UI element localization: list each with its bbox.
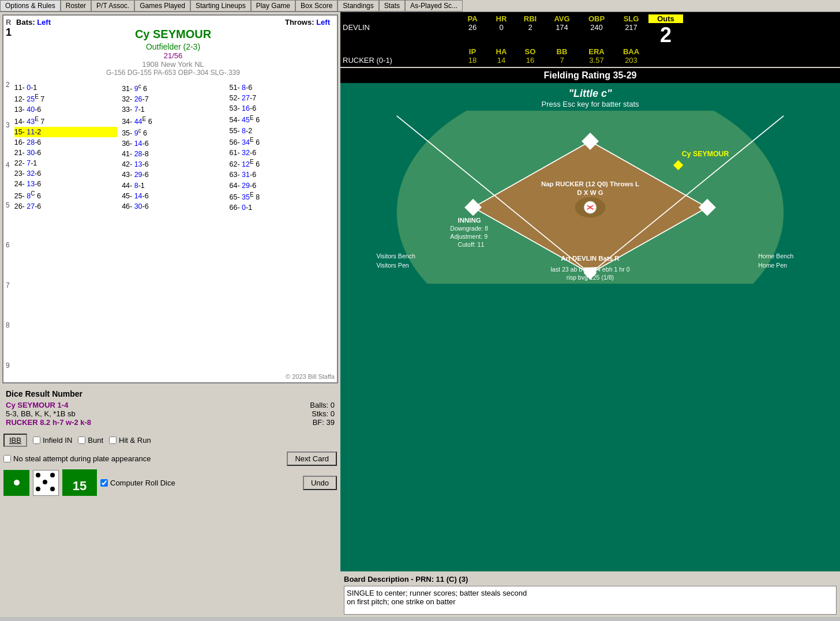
bats-label: Bats: Left [16, 18, 51, 27]
atbat-info-2: risp bvg 125 (1/8) [567, 274, 614, 281]
dice-title: Dice Result Number [6, 389, 335, 398]
dice-number-label [72, 472, 88, 479]
dice-pitcher: RUCKER 8.2 h-7 w-2 k-8 [6, 418, 310, 427]
dice-number-value: 15 [72, 479, 88, 494]
nav-standings[interactable]: Standings [337, 0, 378, 12]
pitcher-header-baa: BAA [614, 47, 648, 56]
computer-roll: Computer Roll Dice [100, 479, 175, 487]
nav-options-rules[interactable]: Options & Rules [0, 0, 61, 12]
card-row-item: 56- 34E 6 [230, 136, 332, 148]
pitcher-header-era: ERA [579, 47, 614, 56]
field-svg: Cy SEYMOUR Nap RUCKER (12 Q0) Throws L D… [340, 111, 840, 284]
pitcher-header-ha: HA [487, 47, 516, 56]
card-row-item: 16- 28-6 [14, 137, 117, 148]
pitcher-ip: 18 [458, 56, 487, 65]
press-esc-label: Press Esc key for batter stats [340, 100, 840, 111]
nav-as-played[interactable]: As-Played Sc... [405, 0, 463, 12]
card-row-item: 21- 30-6 [14, 148, 117, 158]
batter-avg: 174 [545, 23, 579, 32]
controls-row-1: IBB Infield IN Bunt Hit & Run [0, 430, 340, 450]
bunt-checkbox[interactable] [78, 436, 85, 444]
batter-slg: 217 [614, 23, 648, 32]
cutoff-label: Cutoff: 11 [458, 241, 485, 248]
board-description-section: Board Description - PRN: 11 (C) (3) SING… [340, 571, 840, 617]
left-panel: R1 Bats: Left Throws: Left Cy SEYMOUR Ou… [0, 12, 340, 617]
bunt-label[interactable]: Bunt [78, 436, 103, 445]
card-row-item: 65- 35E 8 [230, 191, 332, 202]
card-row-item: 13- 40-6 [14, 104, 117, 115]
card-row-item: 11- 0-1 [14, 82, 117, 93]
ibb-button[interactable]: IBB [3, 434, 27, 447]
score-header-name [343, 14, 458, 23]
card-row-item: 46- 30-6 [122, 201, 224, 212]
score-header-hr: HR [487, 14, 516, 23]
board-desc-text: SINGLE to center; runner scores; batter … [344, 586, 837, 615]
card-row-item: 22- 7-1 [14, 158, 117, 168]
card-row-item: 43- 29-6 [122, 170, 224, 180]
batter-label: Art DEVLIN Bats R [561, 255, 620, 262]
no-steal-checkbox[interactable] [3, 455, 11, 462]
die-dot-5 [50, 487, 55, 491]
dice-green-square [3, 470, 29, 496]
card-row-item: 33- 7-1 [122, 104, 224, 115]
die-empty-4 [43, 487, 48, 492]
card-row-item: 32- 26-7 [122, 94, 224, 104]
nav-play-game[interactable]: Play Game [251, 0, 295, 12]
hit-run-label[interactable]: Hit & Run [109, 436, 151, 445]
nav-starting-lineups[interactable]: Starting Lineups [190, 0, 251, 12]
dice-stats: Balls: 0 Stks: 0 BF: 39 [310, 401, 335, 427]
pitcher-header-so: SO [516, 47, 545, 56]
computer-roll-checkbox[interactable] [100, 479, 108, 487]
top-navigation: Options & Rules Roster P/T Assoc. Games … [0, 0, 840, 12]
fielding-rating: Fielding Rating 35-29 [340, 68, 840, 83]
dice-section: Dice Result Number Cy SEYMOUR 1-4 5-3, B… [2, 386, 338, 430]
nav-games-played[interactable]: Games Played [134, 0, 190, 12]
card-row-item: 45- 14-6 [122, 191, 224, 201]
score-header-pa: PA [458, 14, 487, 23]
die-empty-3 [50, 480, 56, 485]
home-pen-label: Home Pen [758, 262, 787, 269]
die-empty-2 [36, 480, 42, 485]
player-label: Cy SEYMOUR [682, 150, 729, 158]
baseball [584, 201, 596, 213]
pitcher-bb: 7 [545, 56, 579, 65]
infield-in-label[interactable]: Infield IN [33, 436, 72, 445]
computer-roll-label: Computer Roll Dice [110, 479, 175, 487]
dice-single-dot [14, 480, 20, 485]
nav-roster[interactable]: Roster [61, 0, 91, 12]
card-row-item: 15- 11-2 [14, 127, 117, 137]
dice-player: Cy SEYMOUR 1-4 [6, 401, 310, 409]
next-card-button[interactable]: Next Card [287, 451, 337, 466]
card-row-item: 36- 14-6 [122, 138, 224, 149]
die-empty-1 [43, 473, 48, 479]
home-bench-label: Home Bench [758, 253, 793, 259]
card-row-item: 54- 45E 6 [230, 114, 332, 125]
card-row-item: 23- 32-6 [14, 168, 117, 179]
undo-button[interactable]: Undo [303, 476, 337, 490]
pitcher-header-bb: BB [545, 47, 579, 56]
throws-label: Throws: Left [285, 18, 330, 27]
card-row-item: 62- 12E 6 [230, 158, 332, 170]
atbat-info-1: last 23 ab bvg 174 ebh 1 hr 0 [550, 266, 629, 273]
score-header-slg: SLG [614, 14, 648, 23]
nav-pt-assoc[interactable]: P/T Assoc. [91, 0, 134, 12]
infield-in-checkbox[interactable] [33, 436, 40, 444]
die-dot-4 [36, 487, 40, 491]
board-desc-label: Board Description - PRN: 11 (C) (3) [342, 573, 839, 585]
nav-stats[interactable]: Stats [379, 0, 405, 12]
pitcher-label: Nap RUCKER (12 Q0) Throws L [541, 180, 639, 187]
player-card: R1 Bats: Left Throws: Left Cy SEYMOUR Ou… [2, 14, 338, 383]
hit-run-checkbox[interactable] [109, 436, 117, 444]
copyright: © 2023 Bill Staffa [6, 373, 335, 380]
nav-box-score[interactable]: Box Score [295, 0, 337, 12]
no-steal-label[interactable]: No steal attempt during plate appearance [3, 454, 151, 463]
player-number: 21/56 [16, 51, 330, 60]
card-row-item: 52- 27-7 [230, 93, 332, 103]
player-team: 1908 New York NL [16, 60, 330, 69]
card-row-item: 14- 43E 7 [14, 115, 117, 127]
batter-rbi: 2 [516, 23, 545, 32]
pitcher-header-ip: IP [458, 47, 487, 56]
card-row-item: 26- 27-6 [14, 201, 117, 212]
batter-name: DEVLIN [343, 23, 458, 32]
no-steal-row: No steal attempt during plate appearance… [0, 450, 340, 467]
